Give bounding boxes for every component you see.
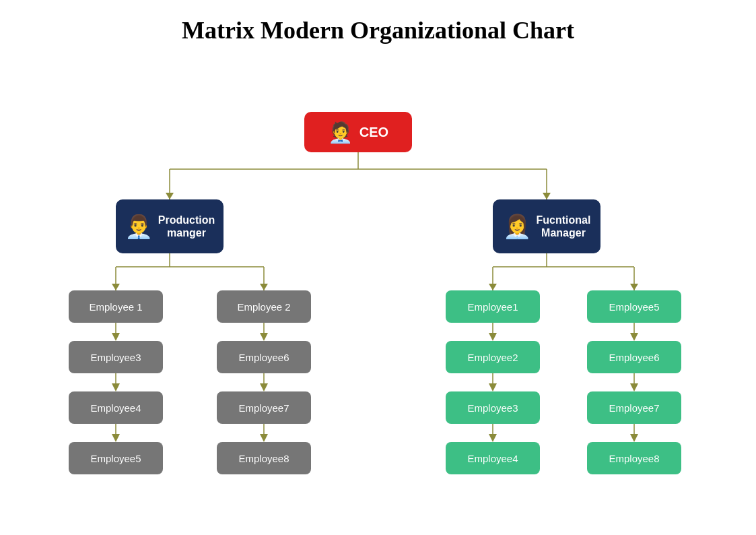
prod-emp6: Employee6 [217, 341, 311, 373]
svg-marker-12 [112, 284, 120, 290]
prod-emp5: Employee5 [69, 442, 163, 474]
svg-marker-30 [260, 383, 268, 391]
prod-emp8: Employee8 [217, 442, 311, 474]
production-manager-node: 👨‍💼 Productionmanger [116, 199, 224, 253]
func-emp5: Employee5 [587, 290, 681, 323]
svg-marker-13 [260, 284, 268, 290]
functional-manager-node: 👩‍💼 FucntionalManager [493, 199, 600, 253]
svg-marker-6 [543, 193, 551, 199]
svg-marker-19 [489, 284, 497, 290]
prod-emp1: Employee 1 [69, 290, 163, 323]
svg-marker-20 [630, 284, 638, 290]
page-title: Matrix Modern Organizational Chart [0, 0, 756, 51]
prod-emp3: Employee3 [69, 341, 163, 373]
svg-marker-36 [489, 383, 497, 391]
svg-marker-34 [489, 333, 497, 341]
func-emp4: Employee4 [446, 442, 540, 474]
func-emp2: Employee2 [446, 341, 540, 373]
func-emp7: Employee7 [587, 391, 681, 424]
svg-marker-22 [112, 333, 120, 341]
func-manager-label: FucntionalManager [537, 214, 591, 239]
func-manager-avatar: 👩‍💼 [503, 213, 531, 240]
prod-manager-avatar: 👨‍💼 [125, 213, 153, 240]
svg-marker-40 [630, 333, 638, 341]
ceo-label: CEO [359, 125, 388, 140]
prod-emp7: Employee7 [217, 391, 311, 424]
func-emp1: Employee1 [446, 290, 540, 323]
svg-marker-26 [112, 434, 120, 442]
func-emp3: Employee3 [446, 391, 540, 424]
func-emp6: Employee6 [587, 341, 681, 373]
func-emp8: Employee8 [587, 442, 681, 474]
prod-manager-label: Productionmanger [158, 214, 215, 239]
chart-area: 🧑‍💼 CEO 👨‍💼 Productionmanger 👩‍💼 Fucntio… [0, 51, 756, 535]
prod-emp4: Employee4 [69, 391, 163, 424]
svg-marker-32 [260, 434, 268, 442]
svg-marker-28 [260, 333, 268, 341]
svg-marker-24 [112, 383, 120, 391]
ceo-avatar: 🧑‍💼 [328, 121, 353, 144]
prod-emp2: Employee 2 [217, 290, 311, 323]
svg-marker-42 [630, 383, 638, 391]
svg-marker-38 [489, 434, 497, 442]
svg-marker-44 [630, 434, 638, 442]
svg-marker-5 [166, 193, 174, 199]
ceo-node: 🧑‍💼 CEO [304, 112, 412, 152]
